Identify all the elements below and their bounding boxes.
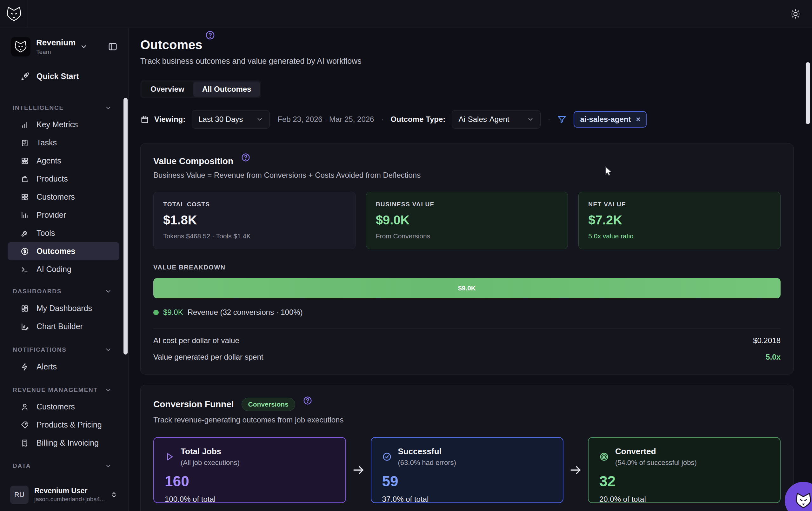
section-revenue-management[interactable]: REVENUE MANAGEMENT — [13, 381, 112, 399]
bot-icon — [20, 157, 29, 165]
wolf-logo-icon — [6, 6, 22, 22]
conversion-funnel-card: Conversion Funnel Conversions Track reve… — [140, 385, 793, 511]
chevron-down-icon — [105, 288, 112, 295]
sidebar-item-label: Quick Start — [36, 72, 79, 81]
outcome-type-label: Outcome Type: — [390, 115, 445, 124]
chart-edit-icon — [20, 323, 29, 331]
dollar-circle-icon — [20, 247, 29, 256]
app-logo[interactable] — [0, 0, 28, 28]
value-composition-subtitle: Business Value = Revenue from Conversion… — [153, 171, 781, 180]
separator-dot: · — [548, 115, 550, 124]
user-email: jason.cumberland+jobs4... — [34, 496, 105, 503]
close-icon[interactable]: × — [636, 115, 640, 124]
target-icon — [599, 447, 609, 467]
wrench-icon — [20, 229, 29, 237]
chevron-down-icon — [105, 462, 112, 470]
funnel-step-converted: Converted (54.0% of successful jobs) 32 … — [588, 437, 781, 503]
sidebar-item-alerts[interactable]: Alerts — [8, 358, 119, 376]
sidebar-item-customers-revenue[interactable]: Customers — [8, 398, 119, 416]
wolf-logo-icon — [14, 40, 27, 53]
sun-icon — [790, 9, 801, 19]
value-breakdown-legend: $9.0K Revenue (32 conversions · 100%) — [153, 308, 781, 317]
sidebar-item-agents[interactable]: Agents — [8, 152, 119, 170]
funnel-step-total-jobs: Total Jobs (All job executions) 160 100.… — [153, 437, 346, 503]
sidebar-item-billing-invoicing[interactable]: Billing & Invoicing — [8, 434, 119, 452]
team-type: Team — [36, 49, 76, 56]
value-composition-title: Value Composition — [153, 156, 233, 166]
sidebar-item-outcomes[interactable]: Outcomes — [8, 242, 119, 260]
tab-bar: Overview All Outcomes — [140, 80, 261, 98]
tag-icon — [20, 421, 29, 429]
value-breakdown-label: VALUE BREAKDOWN — [153, 264, 781, 271]
stats-row: TOTAL COSTS $1.8K Tokens $468.52 · Tools… — [153, 192, 781, 249]
sidebar-item-provider[interactable]: Provider — [8, 206, 119, 224]
theme-toggle-button[interactable] — [790, 9, 801, 19]
stat-net-value: NET VALUE $7.2K 5.0x value ratio — [578, 192, 781, 249]
funnel-row: Total Jobs (All job executions) 160 100.… — [153, 437, 781, 503]
tab-overview[interactable]: Overview — [142, 82, 193, 97]
page-subtitle: Track business outcomes and value genera… — [140, 57, 793, 66]
separator-dot: · — [381, 115, 383, 124]
team-avatar — [11, 37, 30, 57]
outcome-type-select[interactable]: Ai-Sales-Agent — [452, 110, 541, 128]
sidebar-item-my-dashboards[interactable]: My Dashboards — [8, 299, 119, 318]
sidebar-item-customers-intelligence[interactable]: Customers — [8, 188, 119, 206]
divider — [153, 328, 781, 329]
wolf-logo-icon — [794, 492, 812, 509]
user-menu[interactable]: RU Revenium User jason.cumberland+jobs4.… — [6, 483, 122, 507]
conversion-funnel-subtitle: Track revenue-generating outcomes from j… — [153, 416, 781, 424]
section-dashboards[interactable]: DASHBOARDS — [13, 282, 112, 301]
section-intelligence[interactable]: INTELLIGENCE — [13, 99, 112, 117]
tab-all-outcomes[interactable]: All Outcomes — [193, 82, 260, 97]
terminal-icon — [20, 265, 29, 274]
section-data[interactable]: DATA — [13, 457, 112, 475]
sidebar-item-key-metrics[interactable]: Key Metrics — [8, 116, 119, 133]
help-icon[interactable] — [303, 396, 312, 405]
sidebar-item-tasks[interactable]: Tasks — [8, 133, 119, 152]
chevron-down-icon — [105, 104, 112, 112]
team-name: Revenium — [36, 38, 76, 48]
chevron-down-icon — [80, 43, 88, 51]
sidebar-collapse-button[interactable] — [108, 42, 117, 52]
team-switcher[interactable]: Revenium Team — [11, 36, 117, 57]
chevron-down-icon — [256, 116, 263, 123]
check-circle-icon — [382, 447, 392, 467]
clipboard-check-icon — [20, 139, 29, 147]
sidebar-item-chart-builder[interactable]: Chart Builder — [8, 318, 119, 335]
sidebar-item-tools[interactable]: Tools — [8, 224, 119, 242]
conversions-badge: Conversions — [241, 398, 295, 411]
sidebar-item-products-pricing[interactable]: Products & Pricing — [8, 416, 119, 434]
sidebar-item-ai-coding[interactable]: AI Coding — [8, 260, 119, 278]
metric-row-value-ratio: Value generated per dollar spent 5.0x — [153, 353, 781, 361]
page-scrollbar[interactable] — [806, 62, 810, 124]
sidebar-scrollbar[interactable] — [123, 98, 127, 355]
top-bar — [0, 0, 812, 28]
chevron-down-icon — [105, 387, 112, 394]
chevron-down-icon — [105, 346, 112, 353]
main-content: Outcomes Track business outcomes and val… — [129, 28, 812, 511]
sidebar: Revenium Team Quick Start INTELLIGENCE — [0, 28, 128, 511]
arrow-right-icon — [346, 463, 371, 477]
help-icon[interactable] — [205, 30, 215, 40]
sidebar-item-quick-start[interactable]: Quick Start — [8, 67, 119, 85]
date-range-select[interactable]: Last 30 Days — [192, 110, 270, 128]
page-title: Outcomes — [140, 38, 793, 52]
chart-column-icon — [20, 211, 29, 219]
conversion-funnel-title: Conversion Funnel — [153, 399, 234, 410]
stat-total-costs: TOTAL COSTS $1.8K Tokens $468.52 · Tools… — [153, 192, 355, 249]
sidebar-item-products[interactable]: Products — [8, 170, 119, 188]
zap-icon — [20, 363, 29, 371]
chevrons-up-down-icon — [110, 491, 118, 499]
arrow-right-icon — [563, 463, 588, 477]
section-notifications[interactable]: NOTIFICATIONS — [13, 340, 112, 359]
filter-chip-ai-sales-agent[interactable]: ai-sales-agent × — [574, 111, 647, 128]
user-name: Revenium User — [34, 486, 105, 495]
help-icon[interactable] — [241, 153, 251, 162]
user-icon — [20, 403, 29, 411]
legend-dot — [153, 310, 159, 315]
value-composition-card: Value Composition Business Value = Reven… — [140, 143, 793, 374]
filter-funnel-icon[interactable] — [557, 115, 567, 124]
metric-row-ai-cost: AI cost per dollar of value $0.2018 — [153, 336, 781, 345]
play-icon — [165, 447, 174, 467]
viewing-label: Viewing: — [154, 115, 185, 124]
